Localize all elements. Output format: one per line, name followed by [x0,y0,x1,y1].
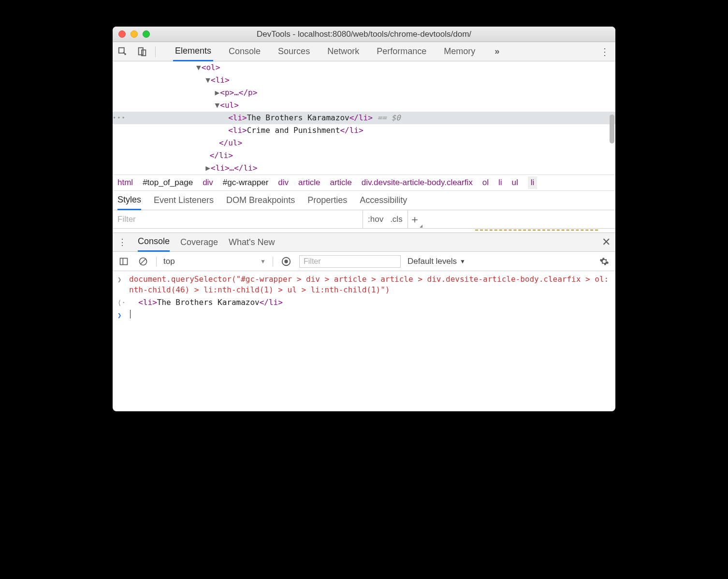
dom-ul-open[interactable]: <ul> [220,101,239,110]
bc-li-current[interactable]: li [528,176,538,189]
subtab-properties[interactable]: Properties [307,191,347,209]
dom-li-open[interactable]: <li> [211,75,230,85]
kebab-menu-icon[interactable]: ⋮ [598,45,612,58]
chevron-down-icon: ▼ [260,258,266,265]
tab-elements[interactable]: Elements [173,42,213,61]
dom-selected-node[interactable]: <li>The Brothers Karamazov</li> == $0 [113,112,615,124]
bc-article2[interactable]: article [330,178,351,188]
console-result-text[interactable]: <li>The Brothers Karamazov</li> [129,297,283,308]
styles-toolbar: :hov .cls ＋ [113,210,615,229]
bc-li1[interactable]: li [498,178,502,188]
console-command-row: ❯ document.querySelector("#gc-wrapper > … [113,273,615,296]
console-body[interactable]: ❯ document.querySelector("#gc-wrapper > … [113,271,615,411]
tab-performance[interactable]: Performance [375,43,428,60]
console-filter-input[interactable] [299,255,401,268]
dom-li-close[interactable]: </li> [210,151,233,160]
sidebar-tabs: Styles Event Listeners DOM Breakpoints P… [113,191,615,210]
devtools-window: DevTools - localhost:8080/web/tools/chro… [113,27,615,411]
subtab-accessibility[interactable]: Accessibility [360,191,407,209]
styles-body [113,229,615,232]
dom-p[interactable]: <p>…</p> [220,88,257,97]
console-settings-icon[interactable] [598,255,611,268]
svg-rect-3 [120,258,128,264]
bc-article1[interactable]: article [298,178,320,188]
bc-html[interactable]: html [117,178,133,188]
drawer-tabs: ⋮ Console Coverage What's New ✕ [113,232,615,252]
styles-toggles: :hov .cls [363,210,408,228]
console-cursor [130,310,131,318]
scrollbar-thumb[interactable] [610,115,614,144]
dom-ul-close[interactable]: </ul> [219,138,242,147]
hov-toggle[interactable]: :hov [368,215,383,224]
console-toolbar: top ▼ Default levels ▼ [113,252,615,271]
bc-top-of-page[interactable]: #top_of_page [143,178,193,188]
new-style-rule-icon[interactable]: ＋ [408,210,422,228]
subtab-event-listeners[interactable]: Event Listeners [154,191,214,209]
console-input-marker-icon: ❯ [117,274,124,285]
console-output-marker-icon: ⟨· [117,297,124,308]
tab-console[interactable]: Console [227,43,262,60]
tab-memory[interactable]: Memory [442,43,477,60]
bc-div1[interactable]: div [203,178,213,188]
bc-div-class[interactable]: div.devsite-article-body.clearfix [362,178,473,188]
context-selector[interactable]: top ▼ [163,257,266,266]
console-prompt-icon: ❯ [117,310,124,320]
console-result-row: ⟨· <li>The Brothers Karamazov</li> [113,296,615,309]
dom-ol-open[interactable]: <ol> [202,63,220,72]
device-toolbar-icon[interactable] [136,45,148,58]
breadcrumb: html #top_of_page div #gc-wrapper div ar… [113,174,615,191]
log-levels-label: Default levels [408,257,457,266]
more-tabs-icon[interactable]: » [491,45,503,58]
chevron-down-icon: ▼ [460,258,466,265]
subtab-styles[interactable]: Styles [117,191,141,210]
main-toolbar: Elements Console Sources Network Perform… [113,42,615,61]
subtab-dom-breakpoints[interactable]: DOM Breakpoints [226,191,295,209]
bc-div2[interactable]: div [278,178,289,188]
tab-network[interactable]: Network [325,43,361,60]
drawer-tab-console[interactable]: Console [138,232,170,252]
drawer-tab-whats-new[interactable]: What's New [229,233,275,251]
bc-ul[interactable]: ul [512,178,518,188]
tab-sources[interactable]: Sources [276,43,312,60]
inspect-element-icon[interactable] [116,45,129,58]
context-label: top [163,257,175,266]
console-prompt-row[interactable]: ❯ [113,309,615,321]
console-sidebar-toggle-icon[interactable] [117,255,130,268]
bc-gc-wrapper[interactable]: #gc-wrapper [223,178,269,188]
cls-toggle[interactable]: .cls [390,215,403,224]
drawer-tab-coverage[interactable]: Coverage [180,233,218,251]
styles-filter-input[interactable] [113,210,363,228]
dom-li2[interactable]: <li> [228,126,247,135]
live-expression-icon[interactable] [280,255,292,268]
log-levels-selector[interactable]: Default levels ▼ [408,257,466,266]
svg-line-6 [141,259,146,264]
main-tabs: Elements Console Sources Network Perform… [173,42,503,61]
console-command-text: document.querySelector("#gc-wrapper > di… [129,274,611,295]
svg-rect-1 [139,47,143,55]
titlebar: DevTools - localhost:8080/web/tools/chro… [113,27,615,42]
close-drawer-icon[interactable]: ✕ [602,236,611,248]
bc-ol[interactable]: ol [482,178,489,188]
svg-point-7 [284,260,288,263]
dom-tree[interactable]: ▼<ol> ▼<li> ▶<p>…</p> ▼<ul> <li>The Brot… [113,61,615,174]
drawer-kebab-icon[interactable]: ⋮ [117,237,127,247]
window-title: DevTools - localhost:8080/web/tools/chro… [113,29,615,39]
clear-console-icon[interactable] [137,255,149,268]
dom-li3[interactable]: <li>…</li> [211,163,257,173]
